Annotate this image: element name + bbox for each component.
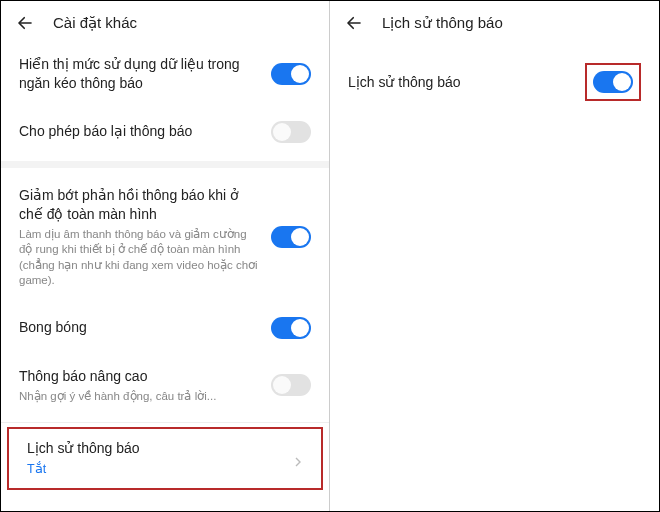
row-sub-status: Tắt	[27, 461, 281, 478]
row-title: Cho phép báo lại thông báo	[19, 122, 259, 141]
row-sub: Nhận gợi ý về hành động, câu trả lời...	[19, 389, 259, 405]
row-text: Lịch sử thông báo Tắt	[27, 439, 293, 478]
setting-row-fullscreen-feedback[interactable]: Giảm bớt phản hồi thông báo khi ở chế độ…	[1, 172, 329, 303]
right-header: Lịch sử thông báo	[330, 1, 659, 41]
toggle-data-usage[interactable]	[271, 63, 311, 85]
right-screen: Lịch sử thông báo Lịch sử thông báo	[330, 1, 659, 511]
setting-row-snooze[interactable]: Cho phép báo lại thông báo	[1, 107, 329, 157]
setting-row-notification-history[interactable]: Lịch sử thông báo Tắt	[9, 429, 321, 488]
row-text: Hiển thị mức sử dụng dữ liệu trong ngăn …	[19, 55, 271, 93]
left-header: Cài đặt khác	[1, 1, 329, 41]
back-arrow-icon[interactable]	[344, 13, 364, 33]
highlight-toggle	[585, 63, 641, 101]
row-text: Thông báo nâng cao Nhận gợi ý về hành độ…	[19, 367, 271, 404]
toggle-notification-history[interactable]	[593, 71, 633, 93]
left-header-title: Cài đặt khác	[53, 14, 137, 32]
row-text: Bong bóng	[19, 318, 271, 337]
toggle-advanced-notifications[interactable]	[271, 374, 311, 396]
row-title: Hiển thị mức sử dụng dữ liệu trong ngăn …	[19, 55, 259, 93]
row-title: Lịch sử thông báo	[27, 439, 281, 458]
toggle-fullscreen-feedback[interactable]	[271, 226, 311, 248]
section-divider	[1, 161, 329, 168]
highlight-notification-history: Lịch sử thông báo Tắt	[7, 427, 323, 490]
divider	[1, 422, 329, 423]
toggle-snooze[interactable]	[271, 121, 311, 143]
right-header-title: Lịch sử thông báo	[382, 14, 503, 32]
row-title: Bong bóng	[19, 318, 259, 337]
row-text: Giảm bớt phản hồi thông báo khi ở chế độ…	[19, 186, 271, 289]
row-title: Lịch sử thông báo	[348, 73, 573, 92]
setting-row-notification-history-toggle[interactable]: Lịch sử thông báo	[330, 41, 659, 115]
setting-row-advanced-notifications[interactable]: Thông báo nâng cao Nhận gợi ý về hành độ…	[1, 353, 329, 418]
row-text: Cho phép báo lại thông báo	[19, 122, 271, 141]
chevron-right-icon	[293, 453, 303, 463]
row-sub: Làm dịu âm thanh thông báo và giảm cường…	[19, 227, 259, 289]
row-title: Thông báo nâng cao	[19, 367, 259, 386]
back-arrow-icon[interactable]	[15, 13, 35, 33]
left-screen: Cài đặt khác Hiển thị mức sử dụng dữ liệ…	[1, 1, 330, 511]
setting-row-bubbles[interactable]: Bong bóng	[1, 303, 329, 353]
row-title: Giảm bớt phản hồi thông báo khi ở chế độ…	[19, 186, 259, 224]
toggle-bubbles[interactable]	[271, 317, 311, 339]
row-text: Lịch sử thông báo	[348, 73, 585, 92]
setting-row-data-usage[interactable]: Hiển thị mức sử dụng dữ liệu trong ngăn …	[1, 41, 329, 107]
